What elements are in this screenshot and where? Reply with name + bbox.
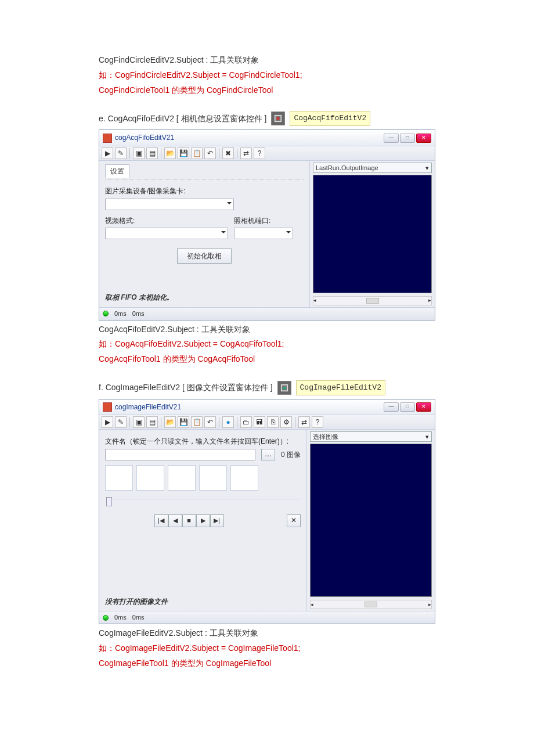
toolbar: ▶ ✎ ▣ ▤ 📂 💾 📋 ↶ ● 🗀 🖬 ⎘ ⚙ ⇄ ?	[99, 415, 435, 430]
record-icon[interactable]: ●	[222, 416, 234, 428]
svg-point-1	[277, 117, 280, 120]
run-icon[interactable]: ▶	[102, 147, 113, 159]
text-line-type: CogAcqFifoTool1 的类型为 CogAcqFifoTool	[99, 352, 435, 366]
timing-2: 0ms	[132, 308, 145, 319]
control-label: CogImageFileEditV2	[296, 380, 385, 395]
nav-stop-button[interactable]: ■	[182, 514, 196, 527]
text-line: CogImageFileEditV2.Subject : 工具关联对象	[99, 627, 435, 640]
section-f-title: f. CogImageFileEditV2 [ 图像文件设置窗体控件 ]	[99, 381, 273, 395]
label-filename: 文件名（锁定一个只读文件，输入文件名并按回车(Enter)）:	[105, 435, 301, 447]
maximize-button[interactable]: □	[400, 402, 415, 412]
text-line-example: 如：CogAcqFifoEditV2.Subject = CogAcqFifoT…	[99, 337, 435, 351]
close-button[interactable]: ✕	[416, 402, 431, 412]
nav-first-button[interactable]: |◀	[154, 514, 168, 527]
init-acquire-button[interactable]: 初始化取相	[177, 249, 232, 264]
open-icon[interactable]: 📂	[164, 147, 176, 159]
browse-button[interactable]: …	[261, 449, 275, 460]
open-icon[interactable]: 📂	[164, 416, 176, 428]
save-icon[interactable]: 💾	[178, 147, 189, 159]
thumbnail	[105, 465, 133, 491]
status-bar: 0ms 0ms	[99, 307, 435, 320]
minimize-button[interactable]: —	[384, 134, 399, 143]
label-camera-port: 照相机端口:	[234, 215, 304, 226]
link-icon[interactable]: ⇄	[298, 416, 310, 428]
text-line: CogAcqFifoEditV2.Subject : 工具关联对象	[99, 323, 435, 337]
image-view	[310, 444, 432, 597]
settings-icon[interactable]: ⚙	[280, 416, 292, 428]
section-e-title: e. CogAcqFifoEditV2 [ 相机信息设置窗体控件 ]	[99, 112, 266, 126]
chevron-down-icon: ▾	[425, 431, 429, 442]
timing-1: 0ms	[114, 308, 127, 319]
thumbnail	[136, 465, 164, 491]
control-icon	[277, 381, 291, 395]
thumbnail	[230, 465, 258, 491]
text-line: CogFindCircleEditV2.Subject : 工具关联对象	[99, 53, 435, 67]
device-dropdown[interactable]	[105, 199, 234, 210]
image-open-icon[interactable]: 🗀	[240, 416, 252, 428]
delete-icon[interactable]: ✖	[222, 147, 234, 159]
control-icon	[271, 111, 285, 125]
image-count: 0 图像	[281, 449, 301, 460]
text-line-example: 如：CogFindCircleEditV2.Subject = CogFindC…	[99, 69, 435, 82]
status-led-icon	[103, 615, 109, 621]
filename-input[interactable]	[105, 449, 255, 460]
output-image-dropdown[interactable]: LastRun.OutputImage▾	[313, 163, 432, 173]
edit-icon[interactable]: ✎	[115, 147, 127, 159]
window-title: cogImageFileEditV21	[115, 401, 181, 413]
chevron-down-icon: ▾	[425, 163, 429, 174]
horizontal-scrollbar[interactable]: ◂▸	[310, 600, 432, 609]
frame-slider[interactable]	[105, 499, 301, 506]
tool-icon[interactable]: ▣	[133, 416, 145, 428]
image-copy-icon[interactable]: ⎘	[267, 416, 279, 428]
edit-icon[interactable]: ✎	[115, 416, 127, 428]
timing-1: 0ms	[114, 612, 127, 623]
camera-port-dropdown[interactable]	[234, 228, 293, 239]
window-titlebar: cogImageFileEditV21 — □ ✕	[99, 399, 435, 415]
app-icon	[103, 134, 112, 143]
undo-icon[interactable]: ↶	[204, 416, 216, 428]
video-format-dropdown[interactable]	[105, 228, 228, 239]
svg-rect-3	[283, 387, 286, 390]
close-button[interactable]: ✕	[416, 134, 431, 143]
status-led-icon	[103, 311, 109, 316]
select-image-dropdown[interactable]: 选择图像▾	[310, 431, 432, 442]
section-f-heading: f. CogImageFileEditV2 [ 图像文件设置窗体控件 ] Cog…	[99, 380, 435, 395]
label-device: 图片采集设备/图像采集卡:	[105, 185, 304, 197]
text-line-example: 如：CogImageFileEditV2.Subject = CogImageF…	[99, 642, 435, 656]
status-bar: 0ms 0ms	[99, 611, 435, 624]
help-icon[interactable]: ?	[254, 147, 265, 159]
paste-icon[interactable]: 📋	[191, 416, 203, 428]
text-line-type: CogFindCircleTool1 的类型为 CogFindCircleToo…	[99, 84, 435, 98]
image-view	[313, 175, 432, 293]
paste-icon[interactable]: 📋	[191, 147, 203, 159]
nav-prev-button[interactable]: ◀	[168, 514, 182, 527]
help-icon[interactable]: ?	[312, 416, 323, 428]
nav-last-button[interactable]: ▶|	[210, 514, 224, 527]
horizontal-scrollbar[interactable]: ◂▸	[313, 296, 432, 305]
minimize-button[interactable]: —	[384, 402, 399, 412]
status-message: 没有打开的图像文件	[105, 596, 301, 607]
save-icon[interactable]: 💾	[178, 416, 189, 428]
nav-next-button[interactable]: ▶	[196, 514, 210, 527]
imagefile-window: cogImageFileEditV21 — □ ✕ ▶ ✎ ▣ ▤ 📂 💾 📋 …	[99, 399, 435, 624]
timing-2: 0ms	[132, 612, 145, 623]
section-e-heading: e. CogAcqFifoEditV2 [ 相机信息设置窗体控件 ] CogAc…	[99, 111, 435, 126]
link-icon[interactable]: ⇄	[240, 147, 252, 159]
label-video-format: 视频格式:	[105, 215, 228, 226]
thumbnail	[199, 465, 227, 491]
text-line-type: CogImageFileTool1 的类型为 CogImageFileTool	[99, 657, 435, 671]
run-icon[interactable]: ▶	[102, 416, 113, 428]
tab-settings[interactable]: 设置	[105, 164, 129, 178]
image-save-icon[interactable]: 🖬	[254, 416, 265, 428]
tool-icon[interactable]: ▤	[146, 147, 158, 159]
toolbar: ▶ ✎ ▣ ▤ 📂 💾 📋 ↶ ✖ ⇄ ?	[99, 146, 435, 161]
nav-close-button[interactable]: ✕	[287, 514, 301, 527]
tool-icon[interactable]: ▤	[146, 416, 158, 428]
tool-icon[interactable]: ▣	[133, 147, 145, 159]
control-label: CogAcqFifoEditV2	[290, 111, 370, 126]
app-icon	[103, 402, 112, 412]
window-titlebar: cogAcqFifoEditV21 — □ ✕	[99, 130, 435, 146]
undo-icon[interactable]: ↶	[204, 147, 216, 159]
maximize-button[interactable]: □	[400, 134, 415, 143]
status-message: 取相 FIFO 未初始化。	[105, 291, 304, 303]
